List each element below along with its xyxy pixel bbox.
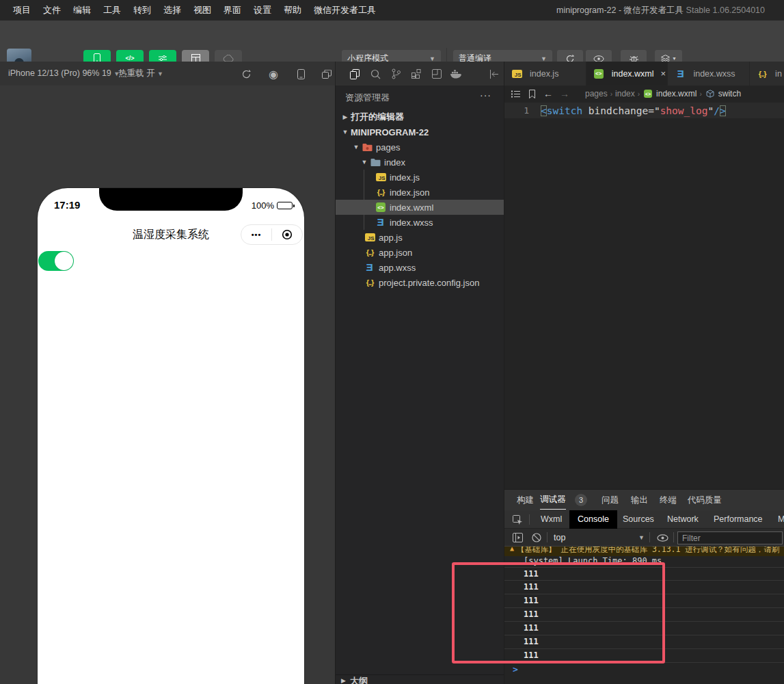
status-bar-battery: 100%	[252, 200, 295, 211]
file-index-js[interactable]: JS index.js	[336, 170, 504, 185]
folder-pages[interactable]: ▼ pages	[336, 140, 504, 155]
tab-terminal[interactable]: 终端	[660, 490, 677, 510]
breadcrumb-symbol[interactable]: switch	[718, 89, 741, 98]
wxml-file-icon: <>	[643, 88, 653, 99]
console-filter-input[interactable]	[677, 531, 783, 544]
menu-wechat-devtools[interactable]: 微信开发者工具	[308, 0, 382, 21]
bookmark-icon[interactable]	[526, 88, 537, 99]
breadcrumb-index[interactable]: index	[615, 89, 635, 98]
menu-view[interactable]: 视图	[187, 0, 217, 21]
collapse-sidebar-icon[interactable]	[487, 67, 501, 81]
json-file-icon: {..}	[757, 68, 768, 79]
menu-edit[interactable]: 编辑	[67, 0, 97, 21]
menu-select[interactable]: 选择	[157, 0, 187, 21]
menu-tools[interactable]: 工具	[97, 0, 127, 21]
refresh-simulator-icon[interactable]	[239, 67, 253, 81]
inspect-element-icon[interactable]	[511, 514, 524, 526]
tab-index-wxss[interactable]: Ǝ index.wxss	[668, 62, 750, 86]
console-log-entry: 111	[504, 608, 784, 622]
file-index-wxml[interactable]: <> index.wxml	[336, 200, 504, 215]
devtab-memory[interactable]: Me	[778, 510, 784, 529]
outline-list-icon[interactable]	[510, 88, 521, 99]
console-log-entry: 111	[504, 594, 784, 608]
tab-clipped[interactable]: {..} in	[750, 62, 784, 86]
code-line-1[interactable]: 1 <switch bindchange="show_log"/>	[504, 103, 784, 118]
tab-output[interactable]: 输出	[631, 490, 648, 510]
clear-console-icon[interactable]	[530, 531, 543, 544]
editor-layout-icon[interactable]	[430, 67, 444, 81]
extensions-icon[interactable]	[409, 67, 423, 81]
source-control-icon[interactable]	[389, 67, 403, 81]
console-sidebar-icon[interactable]	[511, 531, 524, 544]
chevron-down-icon: ▼	[672, 56, 677, 61]
popout-window-icon[interactable]	[320, 67, 334, 81]
nav-back-icon[interactable]: ←	[543, 88, 554, 99]
outline-section[interactable]: ▶ 大纲	[336, 674, 504, 684]
project-root-item[interactable]: ▼ MINIPROGRAM-22	[336, 124, 504, 140]
devtab-console[interactable]: Console	[569, 510, 617, 529]
menu-help[interactable]: 帮助	[278, 0, 308, 21]
explorer-files-icon[interactable]	[348, 67, 362, 81]
chevron-down-icon[interactable]: ▼	[638, 529, 645, 547]
chevron-right-icon: ▶	[341, 677, 346, 684]
more-menu-button[interactable]: •••	[241, 231, 271, 239]
devtools-tab-bar: Wxml Console Sources Network Performance…	[504, 510, 784, 529]
console-context-select[interactable]: top	[554, 529, 565, 547]
chevron-down-icon: ▼	[360, 159, 368, 166]
console-warning-row: ▲ 【基础库】 正在使用灰度中的基础库 3.13.1 进行调试？如有问题，请刷	[504, 547, 784, 556]
eye-icon[interactable]	[656, 531, 668, 544]
console-prompt-chevron[interactable]: >	[513, 664, 518, 674]
code-editor: ← → pages › index › <> index.wxml › swit…	[504, 86, 784, 489]
activity-bar	[335, 62, 504, 86]
file-app-json[interactable]: {..} app.json	[336, 245, 504, 260]
docker-icon[interactable]	[449, 67, 463, 81]
open-editors-section[interactable]: ▶ 打开的编辑器	[336, 109, 504, 124]
devtab-network[interactable]: Network	[667, 510, 699, 529]
tab-problems[interactable]: 问题	[601, 490, 619, 510]
devtab-wxml[interactable]: Wxml	[541, 510, 562, 529]
search-icon[interactable]	[368, 67, 382, 81]
file-app-wxss[interactable]: Ǝ app.wxss	[336, 260, 504, 275]
nav-forward-icon[interactable]: →	[559, 88, 570, 99]
status-bar-time: 17:19	[54, 199, 80, 211]
folder-index[interactable]: ▼ index	[336, 155, 504, 170]
menu-goto[interactable]: 转到	[127, 0, 157, 21]
file-index-json[interactable]: {..} index.json	[336, 185, 504, 200]
code-icon: </>	[125, 55, 134, 62]
phone-notch	[99, 188, 243, 211]
breadcrumb-file[interactable]: index.wxml	[656, 89, 697, 98]
tab-index-wxml[interactable]: <> index.wxml ×	[586, 62, 668, 86]
menu-settings[interactable]: 设置	[247, 0, 278, 21]
miniapp-switch-on[interactable]	[38, 251, 74, 271]
file-index-wxss[interactable]: Ǝ index.wxss	[336, 215, 504, 230]
menu-interface[interactable]: 界面	[217, 0, 247, 21]
window-title: miniprogram-22 - 微信开发者工具 Stable 1.06.250…	[556, 0, 765, 21]
file-project-private-config[interactable]: {..} project.private.config.json	[336, 275, 504, 290]
explorer-title: 资源管理器	[345, 92, 390, 104]
device-selector[interactable]: iPhone 12/13 (Pro) 96% 19 ▼	[8, 62, 120, 86]
more-actions-icon[interactable]: ···	[480, 90, 491, 101]
json-file-icon: {..}	[364, 247, 375, 258]
tab-code-quality[interactable]: 代码质量	[688, 490, 722, 510]
file-explorer: 资源管理器 ··· ▶ 打开的编辑器 ▼ MINIPROGRAM-22 ▼ pa…	[335, 86, 504, 684]
record-icon[interactable]: ◉	[267, 67, 280, 81]
tab-build[interactable]: 构建	[517, 490, 534, 510]
exit-miniapp-button[interactable]	[272, 229, 302, 240]
close-tab-icon[interactable]: ×	[661, 68, 666, 79]
devtab-sources[interactable]: Sources	[623, 510, 654, 529]
breadcrumb: ← → pages › index › <> index.wxml › swit…	[504, 86, 784, 102]
file-app-js[interactable]: JS app.js	[336, 230, 504, 245]
hot-reload-toggle[interactable]: 热重载 开 ▼	[118, 62, 163, 86]
chevron-down-icon: ▼	[341, 129, 349, 135]
console-log-entry: 111	[504, 649, 784, 663]
menu-file[interactable]: 文件	[37, 0, 67, 21]
console-toolbar: top ▼	[504, 529, 784, 547]
menu-project[interactable]: 项目	[7, 0, 37, 21]
breadcrumb-pages[interactable]: pages	[585, 89, 608, 98]
cloud-icon	[223, 55, 234, 62]
device-frame-icon[interactable]	[294, 67, 308, 81]
devtab-performance[interactable]: Performance	[714, 510, 763, 529]
tab-index-js[interactable]: JS index.js	[504, 62, 586, 86]
editor-tab-bar: JS index.js <> index.wxml × Ǝ index.wxss…	[504, 62, 784, 86]
tab-debugger[interactable]: 调试器	[540, 490, 566, 510]
